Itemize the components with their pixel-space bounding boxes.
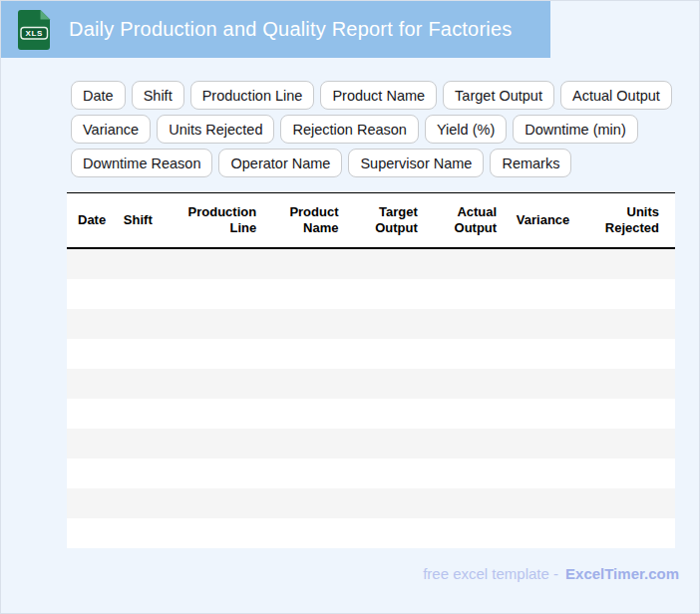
table-cell <box>502 339 574 369</box>
table-cell <box>502 279 574 309</box>
chip-shift[interactable]: Shift <box>132 81 184 110</box>
table-cell <box>261 369 343 399</box>
table-cell <box>502 248 574 279</box>
table-cell <box>423 369 502 399</box>
chip-target-output[interactable]: Target Output <box>443 81 554 110</box>
table-cell <box>502 369 574 399</box>
chip-row-1: Date Shift Production Line Product Name … <box>71 81 681 110</box>
table-cell <box>344 339 423 369</box>
field-chips: Date Shift Production Line Product Name … <box>71 81 681 177</box>
chip-rejection-reason[interactable]: Rejection Reason <box>280 115 418 144</box>
table-cell <box>162 309 262 339</box>
table-row <box>67 339 675 369</box>
table-row <box>67 518 675 548</box>
table-cell <box>119 339 162 369</box>
table-cell <box>261 309 343 339</box>
footer-brand-link[interactable]: ExcelTimer.com <box>565 565 679 582</box>
table-cell <box>574 488 675 518</box>
column-header-variance: Variance <box>502 193 574 249</box>
table-cell <box>119 369 162 399</box>
table-cell <box>574 518 675 548</box>
table-cell <box>344 459 423 488</box>
table-cell <box>574 429 675 459</box>
table-header-row: Date Shift Production Line Product Name … <box>67 193 675 249</box>
table-cell <box>261 279 343 309</box>
table-cell <box>261 429 343 459</box>
table-cell <box>502 488 574 518</box>
chip-remarks[interactable]: Remarks <box>490 149 571 177</box>
table-cell <box>162 518 262 548</box>
chip-variance[interactable]: Variance <box>71 115 151 144</box>
table-cell <box>344 248 423 279</box>
column-header-units-rejected: Units Rejected <box>574 193 675 249</box>
template-preview-page: { "header": { "title": "Daily Production… <box>0 0 700 614</box>
chip-product-name[interactable]: Product Name <box>320 81 437 110</box>
table-cell <box>67 459 119 488</box>
table-cell <box>344 399 423 429</box>
chip-supervisor-name[interactable]: Supervisor Name <box>348 149 484 177</box>
table-cell <box>423 399 502 429</box>
table-cell <box>162 429 262 459</box>
table-cell <box>162 459 262 488</box>
column-header-actual-output: Actual Output <box>423 193 502 249</box>
column-header-target-output: Target Output <box>344 193 423 249</box>
chip-actual-output[interactable]: Actual Output <box>560 81 672 110</box>
table-cell <box>162 399 262 429</box>
table-row <box>67 248 675 279</box>
table-cell <box>574 248 675 279</box>
chip-date[interactable]: Date <box>71 81 126 110</box>
xls-icon-label: XLS <box>26 29 43 38</box>
table-cell <box>67 429 119 459</box>
table-cell <box>162 369 262 399</box>
table-cell <box>423 459 502 488</box>
chip-yield[interactable]: Yield (%) <box>425 115 507 144</box>
table-row <box>67 369 675 399</box>
table-cell <box>67 488 119 518</box>
chip-downtime-reason[interactable]: Downtime Reason <box>71 149 212 177</box>
table-cell <box>119 459 162 488</box>
table-cell <box>502 309 574 339</box>
chip-downtime-min[interactable]: Downtime (min) <box>513 115 638 144</box>
chip-row-3: Downtime Reason Operator Name Supervisor… <box>71 149 681 177</box>
table-cell <box>423 248 502 279</box>
table-cell <box>162 248 262 279</box>
column-header-production-line: Production Line <box>162 193 262 249</box>
table-body <box>67 248 675 548</box>
table-cell <box>119 488 162 518</box>
column-header-shift: Shift <box>119 193 162 249</box>
table-cell <box>423 488 502 518</box>
chip-production-line[interactable]: Production Line <box>190 81 315 110</box>
chip-units-rejected[interactable]: Units Rejected <box>157 115 274 144</box>
table-cell <box>67 309 119 339</box>
column-header-date: Date <box>67 193 119 249</box>
table-cell <box>261 459 343 488</box>
table-cell <box>67 399 119 429</box>
table-cell <box>344 369 423 399</box>
table-cell <box>67 369 119 399</box>
table-cell <box>67 279 119 309</box>
table-cell <box>423 279 502 309</box>
table-cell <box>344 279 423 309</box>
table-cell <box>502 429 574 459</box>
table-cell <box>502 518 574 548</box>
table-cell <box>502 459 574 488</box>
table-cell <box>162 279 262 309</box>
table-cell <box>423 429 502 459</box>
table-cell <box>261 399 343 429</box>
chip-operator-name[interactable]: Operator Name <box>218 149 342 177</box>
table-cell <box>261 339 343 369</box>
table-cell <box>344 518 423 548</box>
table-cell <box>119 309 162 339</box>
table-cell <box>574 309 675 339</box>
table-row <box>67 309 675 339</box>
table-cell <box>119 248 162 279</box>
table-row <box>67 488 675 518</box>
table-header: Date Shift Production Line Product Name … <box>67 193 675 249</box>
table-cell <box>423 309 502 339</box>
table-cell <box>574 339 675 369</box>
table-cell <box>574 369 675 399</box>
xls-file-icon: XLS <box>16 9 53 51</box>
table-cell <box>261 248 343 279</box>
column-header-product-name: Product Name <box>261 193 343 249</box>
table-row <box>67 279 675 309</box>
